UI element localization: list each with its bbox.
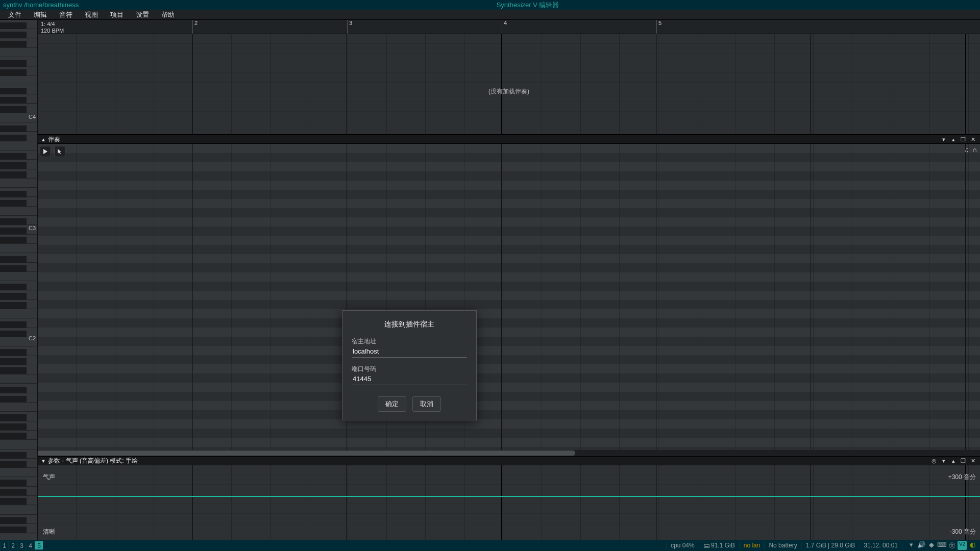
scrollbar-thumb[interactable] [38, 450, 575, 456]
tray-app-icon[interactable]: ◐ [968, 541, 977, 550]
panel-restore-icon[interactable]: ❐ [959, 136, 967, 143]
chevron-up-icon[interactable]: ▲ [41, 137, 46, 142]
piano-black-key[interactable] [0, 461, 27, 468]
piano-black-key[interactable] [0, 106, 27, 113]
workspace-1[interactable]: 1 [0, 541, 9, 550]
piano-black-key[interactable] [0, 256, 27, 263]
piano-black-key[interactable] [0, 452, 27, 459]
workspace-5[interactable]: 5 [35, 541, 43, 550]
piano-black-key[interactable] [0, 191, 27, 197]
horizontal-scrollbar[interactable] [38, 450, 980, 456]
piano-white-key[interactable] [0, 403, 37, 412]
menu-help[interactable]: 帮助 [155, 9, 181, 20]
piano-black-key[interactable] [0, 414, 27, 421]
piano-black-key[interactable] [0, 489, 27, 495]
piano-white-key[interactable] [0, 244, 37, 253]
piano-black-key[interactable] [0, 228, 27, 234]
piano-white-key[interactable] [0, 48, 37, 57]
tray-dropdown-icon[interactable]: ▾ [906, 541, 916, 550]
piano-black-key[interactable] [0, 349, 27, 356]
port-input[interactable] [352, 373, 467, 385]
panel-close-icon[interactable]: ✕ [969, 136, 977, 143]
music-note-icon[interactable]: ♫ [964, 146, 969, 154]
panel-settings-icon[interactable]: ◎ [930, 457, 938, 464]
piano-black-key[interactable] [0, 88, 27, 94]
piano-black-key[interactable] [0, 32, 27, 38]
tray-volume-icon[interactable]: 🔊 [917, 541, 926, 550]
play-button[interactable] [40, 146, 51, 157]
panel-close-icon[interactable]: ✕ [969, 457, 977, 464]
panel-down-icon[interactable]: ▾ [940, 136, 948, 143]
piano-keyboard[interactable]: C4C3C2 [0, 20, 38, 540]
time-signature[interactable]: 1: 4/4 [41, 21, 64, 28]
piano-black-key[interactable] [0, 97, 27, 104]
piano-black-key[interactable] [0, 423, 27, 430]
piano-white-key[interactable] [0, 374, 37, 384]
accompaniment-panel[interactable]: (没有加载伴奏) [38, 34, 980, 135]
piano-black-key[interactable] [0, 171, 27, 178]
piano-black-key[interactable] [0, 126, 27, 132]
chevron-down-icon[interactable]: ▼ [41, 458, 46, 464]
piano-black-key[interactable] [0, 60, 27, 67]
tray-vnc-icon[interactable]: V2 [958, 541, 967, 550]
headphones-icon[interactable]: ∩ [972, 146, 977, 154]
piano-white-key[interactable] [0, 309, 37, 318]
pointer-tool-button[interactable] [54, 146, 65, 157]
piano-black-key[interactable] [0, 396, 27, 403]
workspace-3[interactable]: 3 [17, 541, 26, 550]
piano-black-key[interactable] [0, 367, 27, 374]
piano-white-key[interactable] [0, 207, 37, 216]
piano-black-key[interactable] [0, 331, 27, 337]
tray-keyboard-icon[interactable]: ⌨ [937, 541, 946, 550]
piano-white-key[interactable] [0, 141, 37, 151]
menu-project[interactable]: 项目 [104, 9, 130, 20]
host-input[interactable] [352, 346, 467, 358]
timeline-ruler[interactable]: 1: 4/4 120 BPM 2 3 4 5 [38, 20, 980, 34]
workspace-2[interactable]: 2 [9, 541, 17, 550]
piano-black-key[interactable] [0, 265, 27, 272]
piano-black-key[interactable] [0, 480, 27, 486]
piano-black-key[interactable] [0, 527, 27, 533]
piano-black-key[interactable] [0, 162, 27, 169]
piano-black-key[interactable] [0, 517, 27, 524]
piano-black-key[interactable] [0, 218, 27, 225]
piano-white-key[interactable] [0, 506, 37, 515]
piano-black-key[interactable] [0, 153, 27, 160]
piano-black-key[interactable] [0, 69, 27, 76]
piano-white-key[interactable] [0, 76, 37, 85]
menu-view[interactable]: 视图 [79, 9, 104, 20]
piano-roll[interactable]: ♫ ∩ 连接到插件宿主 宿主地址 端口号码 确定 取消 [38, 144, 980, 456]
piano-black-key[interactable] [0, 135, 27, 141]
tray-network-icon[interactable]: ◆ [927, 541, 936, 550]
workspace-4[interactable]: 4 [26, 541, 35, 550]
panel-up-icon[interactable]: ▴ [949, 457, 958, 464]
panel-restore-icon[interactable]: ❐ [959, 457, 967, 464]
menu-note[interactable]: 音符 [53, 9, 79, 20]
piano-white-key[interactable] [0, 272, 37, 281]
ok-button[interactable]: 确定 [378, 396, 406, 412]
piano-black-key[interactable] [0, 200, 27, 207]
cancel-button[interactable]: 取消 [412, 396, 441, 412]
piano-black-key[interactable] [0, 387, 27, 393]
menu-settings[interactable]: 设置 [130, 9, 155, 20]
menu-edit[interactable]: 编辑 [28, 9, 53, 20]
piano-black-key[interactable] [0, 22, 27, 29]
panel-up-icon[interactable]: ▴ [949, 136, 958, 143]
piano-black-key[interactable] [0, 41, 27, 47]
tray-input-icon[interactable]: ㉆ [947, 541, 957, 550]
piano-black-key[interactable] [0, 293, 27, 299]
tempo-value[interactable]: 120 BPM [41, 28, 64, 34]
piano-black-key[interactable] [0, 284, 27, 290]
menu-file[interactable]: 文件 [2, 9, 28, 20]
piano-black-key[interactable] [0, 237, 27, 243]
piano-black-key[interactable] [0, 321, 27, 328]
piano-black-key[interactable] [0, 498, 27, 505]
piano-white-key[interactable] [0, 468, 37, 477]
piano-white-key[interactable] [0, 179, 37, 188]
parameter-lane[interactable]: 气声 清晰 +300 音分 -300 音分 [38, 465, 980, 540]
piano-white-key[interactable] [0, 440, 37, 449]
piano-black-key[interactable] [0, 433, 27, 439]
piano-black-key[interactable] [0, 302, 27, 309]
panel-down-icon[interactable]: ▾ [940, 457, 948, 464]
piano-black-key[interactable] [0, 358, 27, 365]
